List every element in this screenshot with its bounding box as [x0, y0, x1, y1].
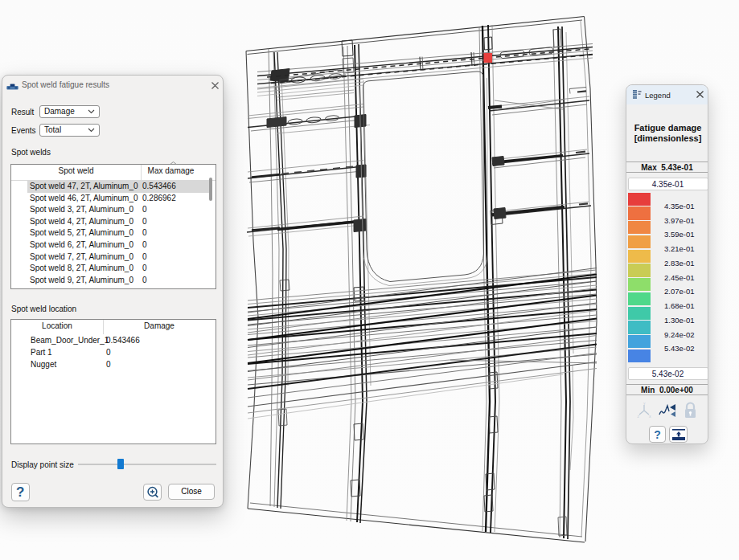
svg-text:Z: Z	[638, 415, 640, 419]
svg-text:Y: Y	[643, 403, 646, 406]
svg-text:X: X	[649, 415, 651, 419]
